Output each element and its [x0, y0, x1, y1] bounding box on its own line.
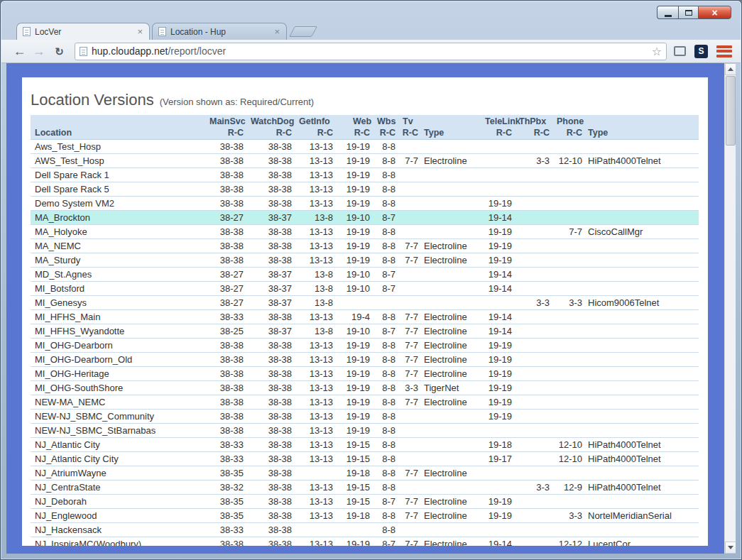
cell-tv-type [420, 409, 479, 423]
cell-phone-rc [551, 182, 584, 196]
table-row[interactable]: MI_OHG-Dearborn_Old38-3838-3813-1319-198… [31, 352, 699, 366]
cell-web-rc: 19-15 [334, 451, 371, 466]
table-row[interactable]: AWS_Test_Hosp38-3838-3813-1319-198-87-7E… [31, 153, 699, 168]
cell-location: MI_HFHS_Wyandotte [31, 324, 204, 338]
cell-mainsvc-rc: 38-38 [204, 168, 245, 182]
cell-getinfo-rc: 13-13 [293, 352, 334, 366]
tab-close-icon[interactable]: × [136, 27, 143, 36]
table-row[interactable]: MA_Brockton38-2738-3713-819-108-719-14 [31, 210, 699, 224]
cell-thpbx-rc [513, 309, 551, 324]
table-row[interactable]: NEW-NJ_SBMC_Community38-3838-3813-1319-1… [31, 409, 699, 423]
table-row[interactable]: NJ_Englewood38-3538-3813-1319-188-87-7El… [31, 508, 699, 522]
close-button[interactable]: × [698, 6, 731, 19]
minimize-button[interactable] [657, 6, 678, 19]
cell-tv-type [420, 139, 479, 153]
cell-phone-rc [551, 324, 584, 338]
cell-getinfo-rc: 13-13 [293, 494, 334, 508]
cell-wbs-rc: 8-8 [371, 182, 397, 196]
cell-wbs-rc: 8-8 [371, 153, 397, 168]
cell-tv-rc [397, 451, 420, 466]
forward-button[interactable]: → [29, 45, 48, 57]
cell-wbs-rc: 8-8 [371, 409, 397, 423]
cell-phone-rc [551, 395, 584, 409]
new-tab-button[interactable] [289, 26, 317, 37]
col-header-tv-rc: R-C [397, 127, 420, 139]
table-row[interactable]: MA_Holyoke38-3838-3813-1319-198-819-197-… [31, 224, 699, 238]
table-row[interactable]: MI_OHG-Heritage38-3838-3813-1319-198-87-… [31, 366, 699, 380]
close-icon: × [711, 8, 717, 18]
tab-locver[interactable]: LocVer × [16, 23, 150, 40]
table-row[interactable]: MI_Genesys38-2738-3713-83-33-3Hicom9006T… [31, 295, 699, 309]
tab-close-icon[interactable]: × [273, 27, 280, 36]
menu-button[interactable] [716, 45, 732, 57]
group-header-row: MainSvc WatchDog GetInfo Web Wbs Tv Tele… [31, 115, 699, 127]
cell-getinfo-rc: 13-13 [293, 309, 334, 324]
table-row[interactable]: MA_Sturdy38-3838-3813-1319-198-87-7Elect… [31, 253, 699, 267]
cell-web-rc: 19-10 [334, 324, 371, 338]
table-row[interactable]: MI_OHG-Dearborn38-3838-3813-1319-198-87-… [31, 338, 699, 352]
table-row[interactable]: NJ_Atlantic City38-3338-3813-1319-158-81… [31, 437, 699, 451]
extension-s-icon[interactable]: S [694, 45, 708, 58]
address-bar[interactable]: hup.cloudapp.net/report/locver ☆ [75, 43, 667, 60]
cell-telelink-rc [479, 139, 513, 153]
cell-web-rc: 19-18 [334, 466, 371, 480]
maximize-button[interactable] [678, 6, 698, 19]
cell-location: MI_OHG-SouthShore [31, 380, 204, 395]
table-row[interactable]: NJ_Hackensack38-3338-388-8 [31, 522, 699, 537]
cell-location: MA_Holyoke [31, 224, 204, 238]
table-row[interactable]: NJ_Atlantic City City38-3338-3813-1319-1… [31, 451, 699, 466]
cell-location: MA_Sturdy [31, 253, 204, 267]
cell-thpbx-rc [513, 451, 551, 466]
table-row[interactable]: MI_Botsford38-2738-3713-819-108-719-14 [31, 281, 699, 295]
cell-thpbx-rc [513, 522, 551, 537]
cell-wbs-rc: 8-8 [371, 253, 397, 267]
cell-wbs-rc: 8-8 [371, 522, 397, 537]
cell-watchdog-rc: 38-38 [245, 139, 293, 153]
title-text: Location Versions [31, 91, 154, 109]
table-row[interactable]: Dell Spare Rack 138-3838-3813-1319-198-8 [31, 168, 699, 182]
table-row[interactable]: Demo System VM238-3838-3813-1319-198-819… [31, 196, 699, 210]
cell-getinfo-rc: 13-13 [293, 139, 334, 153]
back-button[interactable]: ← [10, 45, 29, 57]
table-row[interactable]: NJ_CentraState38-3238-3813-1319-158-83-3… [31, 480, 699, 494]
scrollbar-thumb[interactable] [726, 76, 736, 146]
table-row[interactable]: NJ_AtriumWayne38-3538-3819-188-87-7Elect… [31, 466, 699, 480]
cell-tv-type [420, 224, 479, 238]
cell-thpbx-rc [513, 537, 551, 546]
table-row[interactable]: MD_St.Agnes38-2738-3713-819-108-719-14 [31, 267, 699, 281]
bookmark-star-icon[interactable]: ☆ [652, 45, 662, 58]
cell-thpbx-rc [513, 196, 551, 210]
cell-getinfo-rc: 13-13 [293, 537, 334, 546]
cell-telelink-rc: 19-19 [479, 224, 513, 238]
reload-button[interactable]: ↻ [50, 46, 69, 57]
scroll-up-button[interactable] [725, 63, 736, 75]
cell-mainsvc-rc: 38-38 [204, 196, 245, 210]
cell-mainsvc-rc: 38-38 [204, 153, 245, 168]
cell-tv-type: Electroline [420, 537, 479, 546]
table-row[interactable]: NJ_Deborah38-3538-3813-1319-158-77-7Elec… [31, 494, 699, 508]
table-row[interactable]: Aws_Test_Hosp38-3838-3813-1319-198-8 [31, 139, 699, 153]
table-row[interactable]: MI_OHG-SouthShore38-3838-3813-1319-198-8… [31, 380, 699, 395]
table-row[interactable]: MI_HFHS_Wyandotte38-2538-3713-819-108-77… [31, 324, 699, 338]
table-row[interactable]: MA_NEMC38-3838-3813-1319-198-87-7Electro… [31, 238, 699, 253]
table-row[interactable]: NEW-MA_NEMC38-3838-3813-1319-198-87-7Ele… [31, 395, 699, 409]
group-header-phone: Phone [551, 115, 699, 127]
cell-tv-rc: 7-7 [397, 508, 420, 522]
table-row[interactable]: MI_HFHS_Main38-3338-3813-1319-48-87-7Ele… [31, 309, 699, 324]
tab-location-hup[interactable]: Location - Hup × [152, 23, 287, 40]
cell-tv-type: Electroline [420, 338, 479, 352]
table-row[interactable]: Dell Spare Rack 538-3838-3813-1319-198-8 [31, 182, 699, 196]
table-row[interactable]: NEW-NJ_SBMC_StBarnabas38-3838-3813-1319-… [31, 423, 699, 437]
cell-wbs-rc: 8-8 [371, 139, 397, 153]
vertical-scrollbar[interactable] [724, 63, 736, 554]
table-row[interactable]: NJ_InspiraMC(Woodbury)38-3838-3813-1319-… [31, 537, 699, 546]
cell-tv-rc [397, 196, 420, 210]
cell-location: MI_Genesys [31, 295, 204, 309]
cell-web-rc: 19-19 [334, 366, 371, 380]
scroll-down-button[interactable] [725, 542, 736, 554]
cell-tv-type: Electroline [420, 153, 479, 168]
cell-getinfo-rc: 13-8 [293, 267, 334, 281]
extension-window-icon[interactable] [674, 46, 686, 56]
cell-phone-type [584, 522, 699, 537]
cell-tv-rc [397, 480, 420, 494]
